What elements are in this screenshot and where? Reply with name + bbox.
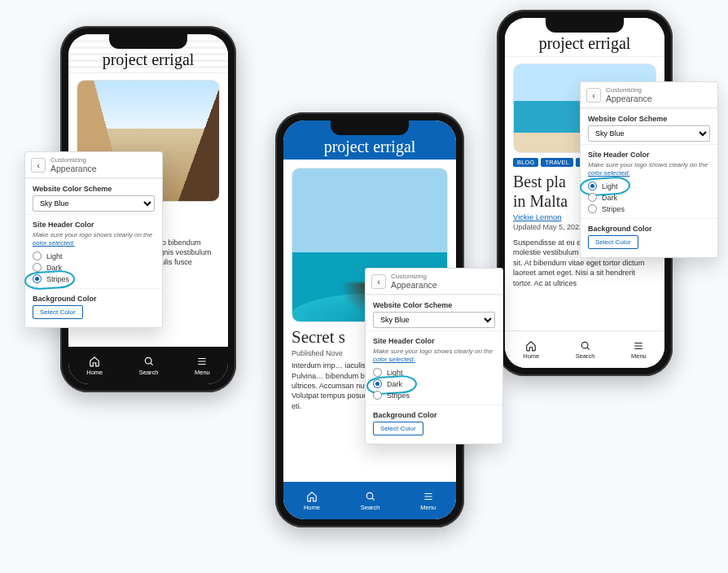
- nav-menu-label: Menu: [195, 369, 210, 376]
- panel-head-text: Customizing Appearance: [606, 86, 652, 103]
- customizer-panel-3: ‹ Customizing Appearance Website Color S…: [580, 81, 718, 258]
- section-color-scheme: Website Color Scheme Sky Blue: [366, 295, 502, 330]
- chevron-left-icon: ‹: [37, 160, 40, 170]
- panel-header: ‹ Customizing Appearance: [366, 269, 502, 295]
- radio-dark[interactable]: Dark: [373, 379, 495, 388]
- section-header-color: Site Header Color Make sure your logo sh…: [25, 214, 162, 288]
- bottom-nav: Home Search Menu: [68, 347, 228, 384]
- radio-dark[interactable]: Dark: [588, 193, 710, 202]
- help-link[interactable]: color selected.: [373, 356, 415, 363]
- nav-home[interactable]: Home: [523, 339, 539, 360]
- nav-search-label: Search: [361, 504, 380, 511]
- radio-icon: [588, 182, 597, 190]
- search-icon: [579, 339, 591, 352]
- app-header: project errigal: [68, 34, 228, 73]
- radio-stripes[interactable]: Stripes: [373, 391, 495, 400]
- header-color-label: Site Header Color: [588, 151, 710, 159]
- radio-icon: [373, 391, 382, 400]
- scheme-label: Website Color Scheme: [33, 185, 155, 193]
- tag[interactable]: TRAVEL: [541, 158, 573, 167]
- nav-home-label: Home: [304, 504, 320, 511]
- search-icon: [364, 491, 376, 503]
- radio-icon: [588, 204, 597, 213]
- menu-icon: [196, 356, 208, 368]
- radio-label: Dark: [46, 264, 62, 272]
- radio-dark[interactable]: Dark: [33, 263, 155, 272]
- nav-home-label: Home: [523, 352, 539, 360]
- brand-logo: project errigal: [324, 138, 416, 156]
- section-background-color: Background Color Select Color: [366, 405, 502, 444]
- header-color-help: Make sure your logo shows clearly on the…: [588, 161, 710, 177]
- panel-crumb: Customizing: [391, 273, 437, 280]
- tag[interactable]: BLOG: [513, 158, 538, 167]
- nav-menu[interactable]: Menu: [195, 356, 210, 376]
- bottom-nav: Home Search Menu: [283, 482, 456, 519]
- help-link[interactable]: color selected.: [588, 169, 630, 177]
- radio-light[interactable]: Light: [373, 368, 495, 377]
- select-color-button[interactable]: Select Color: [33, 305, 83, 319]
- bottom-nav: Home Search Menu: [505, 330, 664, 368]
- radio-icon: [33, 274, 42, 283]
- panel-crumb: Customizing: [606, 86, 652, 94]
- radio-label: Light: [387, 369, 403, 377]
- menu-icon: [422, 491, 434, 503]
- back-button[interactable]: ‹: [31, 158, 46, 173]
- scheme-select[interactable]: Sky Blue: [588, 125, 710, 142]
- radio-icon: [373, 368, 382, 377]
- nav-home[interactable]: Home: [86, 356, 103, 376]
- article-title-line1: Best pla: [513, 173, 566, 190]
- section-header-color: Site Header Color Make sure your logo sh…: [366, 330, 502, 405]
- svg-line-11: [586, 347, 589, 349]
- radio-stripes[interactable]: Stripes: [33, 274, 155, 283]
- brand-logo: project errigal: [539, 34, 631, 53]
- scheme-label: Website Color Scheme: [588, 115, 710, 123]
- menu-icon: [633, 339, 645, 352]
- svg-line-1: [150, 363, 152, 365]
- nav-search[interactable]: Search: [361, 491, 380, 511]
- help-link[interactable]: color selected.: [33, 239, 75, 247]
- section-background-color: Background Color Select Color: [581, 218, 717, 257]
- help-text: Make sure your logo shows clearly on the: [33, 231, 152, 238]
- home-icon: [525, 339, 537, 352]
- help-text: Make sure your logo shows clearly on the: [588, 161, 708, 168]
- home-icon: [89, 356, 101, 368]
- scheme-select[interactable]: Sky Blue: [373, 312, 495, 328]
- bg-label: Background Color: [373, 411, 495, 419]
- radio-icon: [33, 263, 42, 272]
- customizer-panel-1: ‹ Customizing Appearance Website Color S…: [24, 151, 163, 328]
- home-icon: [305, 491, 318, 503]
- header-color-help: Make sure your logo shows clearly on the…: [33, 231, 155, 247]
- select-color-button[interactable]: Select Color: [373, 422, 423, 435]
- select-color-button[interactable]: Select Color: [588, 235, 638, 249]
- radio-icon: [33, 252, 42, 260]
- radio-light[interactable]: Light: [588, 182, 710, 190]
- radio-stripes[interactable]: Stripes: [588, 204, 710, 213]
- radio-label: Light: [602, 182, 618, 190]
- nav-home[interactable]: Home: [304, 491, 320, 511]
- nav-search-label: Search: [139, 369, 159, 376]
- scheme-select[interactable]: Sky Blue: [33, 195, 155, 212]
- nav-search[interactable]: Search: [139, 356, 159, 376]
- svg-point-0: [145, 357, 151, 364]
- radio-light[interactable]: Light: [33, 252, 155, 260]
- back-button[interactable]: ‹: [371, 274, 386, 289]
- article-title-line2: in Malta: [513, 192, 568, 210]
- nav-menu[interactable]: Menu: [631, 339, 647, 360]
- author-link[interactable]: Vickie Lennon: [513, 212, 562, 221]
- nav-menu-label: Menu: [420, 504, 436, 511]
- radio-icon: [588, 193, 597, 202]
- radio-label: Stripes: [602, 205, 625, 213]
- section-color-scheme: Website Color Scheme Sky Blue: [581, 108, 717, 144]
- nav-search[interactable]: Search: [576, 339, 595, 360]
- radio-label: Stripes: [46, 275, 69, 283]
- panel-title: Appearance: [50, 164, 97, 173]
- chevron-left-icon: ‹: [377, 277, 380, 286]
- panel-title: Appearance: [606, 94, 652, 103]
- search-icon: [143, 356, 155, 368]
- section-background-color: Background Color Select Color: [25, 288, 162, 327]
- brand-logo: project errigal: [103, 50, 195, 69]
- nav-menu[interactable]: Menu: [420, 491, 436, 511]
- svg-point-5: [366, 492, 373, 499]
- back-button[interactable]: ‹: [586, 88, 601, 103]
- section-color-scheme: Website Color Scheme Sky Blue: [25, 178, 162, 214]
